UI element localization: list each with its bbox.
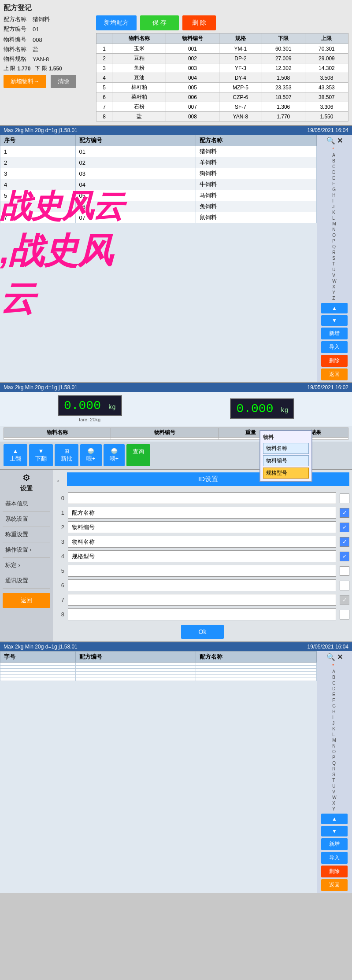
alpha-letter[interactable]: W [332,795,336,800]
id-row-checkbox[interactable]: ✓ [340,595,349,605]
alpha-letter[interactable]: Q [332,760,336,766]
alpha-letter[interactable]: A [332,669,336,674]
id-row-input[interactable] [68,507,336,519]
menu-comm-settings[interactable]: 通讯设置 [3,573,50,589]
new-button[interactable]: 新增 [321,328,348,339]
sec5-up-button[interactable]: ▲ [321,814,348,824]
alpha-letter[interactable]: Q [332,244,336,250]
alpha-letter[interactable]: V [332,273,336,278]
id-row-input[interactable] [68,536,336,548]
menu-operation-settings[interactable]: 操作设置 [3,542,50,558]
delete-button[interactable]: 删 除 [182,15,216,30]
alpha-letter[interactable]: C [332,164,336,169]
alpha-letter[interactable]: A [332,152,336,158]
alpha-letter[interactable]: T [332,777,336,783]
close-icon5[interactable]: ✕ [337,653,343,661]
alpha-letter[interactable]: X [332,800,336,806]
table-row[interactable]: 202羊饲料 [0,157,317,168]
alpha-letter[interactable]: E [332,175,336,181]
alpha-letter[interactable]: S [332,772,336,777]
alpha-letter[interactable]: Y [332,806,336,812]
alpha-letter[interactable]: H [332,709,336,715]
sec5-new-button[interactable]: 新增 [321,838,348,850]
id-row-checkbox[interactable] [340,581,349,590]
alpha-letter[interactable]: B [332,158,336,164]
alpha-letter[interactable]: X [332,284,336,290]
table-row[interactable]: 606兔饲料 [0,201,317,212]
table-row[interactable]: 101猪饲料 [0,146,317,157]
popup-option-id[interactable]: 物料编号 [263,455,309,466]
table-row[interactable]: 303狗饲料 [0,168,317,179]
add-material-button[interactable]: 新增物料→ [4,75,46,88]
alpha-letter[interactable]: R [332,250,336,255]
back-arrow-icon[interactable]: ← [56,476,63,486]
table-row[interactable]: 707鼠饲料 [0,212,317,223]
sec5-import-button[interactable]: 导入 [321,852,348,864]
settings-back-button[interactable]: 返回 [3,593,50,608]
sec5-down-button[interactable]: ▼ [321,826,348,836]
alpha-letter[interactable]: J [332,204,336,210]
save-button[interactable]: 保 存 [140,15,179,30]
id-row-input[interactable] [68,608,336,620]
id-row-input[interactable] [68,492,336,504]
alpha-letter[interactable]: R [332,766,336,772]
alpha-letter[interactable]: L [332,215,336,221]
id-row-checkbox[interactable]: ✓ [340,523,349,532]
alpha-letter[interactable]: S [332,255,336,261]
alpha-letter[interactable]: W [332,278,336,284]
alpha-letter[interactable]: U [332,267,336,273]
alpha-letter[interactable]: J [332,720,336,726]
id-row-input[interactable] [68,565,336,577]
down-button[interactable]: ▼ [321,315,348,326]
sec5-back-button[interactable]: 返回 [321,879,348,891]
alpha-letter[interactable]: N [332,743,336,749]
close-icon[interactable]: ✕ [337,136,343,145]
alpha-letter[interactable]: * [332,147,336,152]
menu-weight-settings[interactable]: 称重设置 [3,527,50,542]
alpha-letter[interactable]: T [332,261,336,267]
alpha-letter[interactable]: O [332,232,336,238]
alpha-letter[interactable]: V [332,789,336,795]
delete-button[interactable]: 删除 [321,355,348,367]
alpha-letter[interactable]: F [332,181,336,187]
id-row-input[interactable] [68,521,336,533]
table-row[interactable]: 404牛饲料 [0,179,317,190]
id-row-checkbox[interactable] [340,566,349,576]
table-row[interactable]: 505马饲料 [0,190,317,201]
alpha-letter[interactable]: Z [332,295,336,301]
menu-basic-info[interactable]: 基本信息 [3,496,50,512]
alpha-letter[interactable]: C [332,680,336,686]
id-row-input[interactable] [68,594,336,606]
alpha-letter[interactable]: E [332,692,336,697]
alpha-letter[interactable]: N [332,227,336,232]
alpha-letter[interactable]: * [332,663,336,669]
alpha-letter[interactable]: L [332,732,336,737]
ok-button[interactable]: Ok [181,625,224,639]
import-button[interactable]: 导入 [321,341,348,353]
alpha-letter[interactable]: P [332,238,336,244]
alpha-letter[interactable]: D [332,169,336,175]
alpha-letter[interactable]: M [332,737,336,743]
menu-calibration[interactable]: 标定 [3,558,50,573]
alpha-letter[interactable]: M [332,221,336,227]
batch-button[interactable]: ⊞ 新批 [55,444,78,466]
alpha-letter[interactable]: I [332,198,336,204]
popup-option-name[interactable]: 物料名称 [263,443,309,454]
feed-plus1-button[interactable]: 🍚 喂+ [80,444,102,466]
popup-option-spec[interactable]: 规格型号 [263,468,309,479]
id-row-checkbox[interactable] [340,494,349,503]
alpha-letter[interactable]: D [332,686,336,692]
alpha-letter[interactable]: K [332,726,336,732]
new-formula-button[interactable]: 新增配方 [96,15,137,30]
alpha-letter[interactable]: U [332,783,336,789]
menu-system-settings[interactable]: 系统设置 [3,512,50,527]
feed-plus2-button[interactable]: 🍚 喂+ [104,444,125,466]
up-button[interactable]: ▲ [321,303,348,313]
sec5-delete-button[interactable]: 删除 [321,866,348,877]
query-button[interactable]: 查询 [126,444,150,466]
back-button[interactable]: 返回 [321,368,348,380]
id-row-input[interactable] [68,550,336,562]
id-row-checkbox[interactable]: ✓ [340,552,349,561]
alpha-letter[interactable]: I [332,715,336,720]
next-button[interactable]: ▼ 下翻 [29,444,53,466]
